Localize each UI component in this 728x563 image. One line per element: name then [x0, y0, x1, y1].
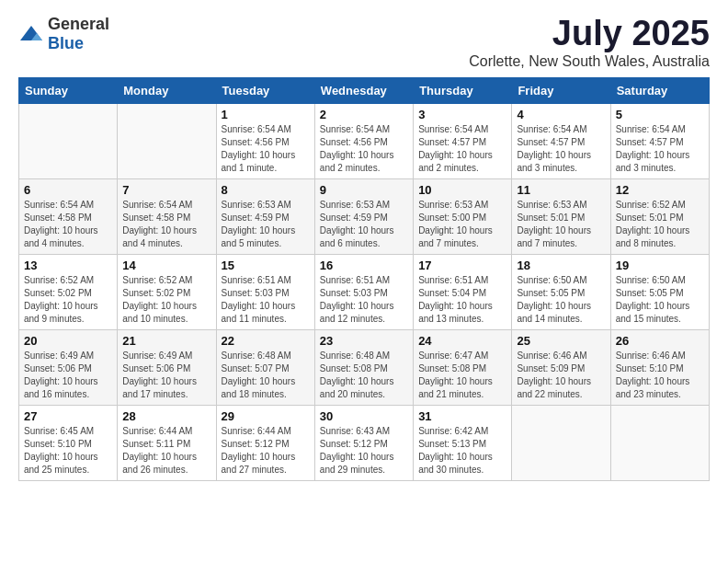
day-info: Sunrise: 6:53 AM Sunset: 5:00 PM Dayligh… [418, 199, 506, 250]
day-info: Sunrise: 6:52 AM Sunset: 5:02 PM Dayligh… [122, 274, 210, 326]
day-info: Sunrise: 6:45 AM Sunset: 5:10 PM Dayligh… [24, 425, 112, 477]
day-cell [19, 103, 118, 178]
day-info: Sunrise: 6:42 AM Sunset: 5:13 PM Dayligh… [418, 425, 506, 477]
day-number: 16 [320, 259, 408, 272]
day-number: 17 [418, 259, 506, 272]
day-number: 9 [320, 183, 408, 197]
day-cell [118, 103, 216, 178]
day-cell: 6Sunrise: 6:54 AM Sunset: 4:58 PM Daylig… [19, 178, 118, 254]
logo: General Blue [18, 15, 109, 53]
day-cell: 2Sunrise: 6:54 AM Sunset: 4:56 PM Daylig… [314, 103, 413, 178]
day-cell: 28Sunrise: 6:44 AM Sunset: 5:11 PM Dayli… [118, 405, 216, 480]
page-header: General Blue July 2025 Corlette, New Sou… [18, 15, 710, 70]
day-cell: 4Sunrise: 6:54 AM Sunset: 4:57 PM Daylig… [512, 103, 610, 178]
day-cell: 16Sunrise: 6:51 AM Sunset: 5:03 PM Dayli… [314, 254, 413, 329]
day-cell: 1Sunrise: 6:54 AM Sunset: 4:56 PM Daylig… [216, 103, 314, 178]
day-info: Sunrise: 6:54 AM Sunset: 4:57 PM Dayligh… [418, 123, 506, 175]
day-cell: 13Sunrise: 6:52 AM Sunset: 5:02 PM Dayli… [19, 254, 118, 329]
day-number: 5 [616, 108, 704, 121]
day-cell: 9Sunrise: 6:53 AM Sunset: 4:59 PM Daylig… [314, 178, 413, 254]
day-cell: 15Sunrise: 6:51 AM Sunset: 5:03 PM Dayli… [216, 254, 314, 329]
header-row: SundayMondayTuesdayWednesdayThursdayFrid… [19, 77, 710, 103]
day-number: 25 [517, 334, 605, 348]
day-number: 29 [222, 409, 310, 423]
day-number: 28 [122, 409, 210, 423]
day-info: Sunrise: 6:52 AM Sunset: 5:02 PM Dayligh… [24, 274, 112, 326]
day-info: Sunrise: 6:44 AM Sunset: 5:11 PM Dayligh… [122, 425, 210, 477]
day-number: 18 [517, 259, 605, 272]
header-tuesday: Tuesday [216, 77, 314, 103]
header-sunday: Sunday [19, 77, 118, 103]
calendar-table: SundayMondayTuesdayWednesdayThursdayFrid… [18, 77, 710, 481]
day-cell: 12Sunrise: 6:52 AM Sunset: 5:01 PM Dayli… [610, 178, 709, 254]
week-row-2: 6Sunrise: 6:54 AM Sunset: 4:58 PM Daylig… [19, 178, 710, 254]
day-cell: 29Sunrise: 6:44 AM Sunset: 5:12 PM Dayli… [216, 405, 314, 480]
day-cell [512, 405, 610, 480]
day-number: 20 [24, 334, 112, 348]
day-info: Sunrise: 6:43 AM Sunset: 5:12 PM Dayligh… [320, 425, 408, 477]
day-cell: 25Sunrise: 6:46 AM Sunset: 5:09 PM Dayli… [512, 329, 610, 405]
calendar-subtitle: Corlette, New South Wales, Australia [469, 53, 710, 70]
day-number: 6 [24, 183, 112, 197]
day-info: Sunrise: 6:50 AM Sunset: 5:05 PM Dayligh… [517, 274, 605, 326]
day-number: 26 [616, 334, 704, 348]
day-cell: 19Sunrise: 6:50 AM Sunset: 5:05 PM Dayli… [610, 254, 709, 329]
day-number: 27 [24, 409, 112, 423]
day-number: 10 [418, 183, 506, 197]
day-cell: 17Sunrise: 6:51 AM Sunset: 5:04 PM Dayli… [414, 254, 512, 329]
day-info: Sunrise: 6:54 AM Sunset: 4:56 PM Dayligh… [320, 123, 408, 175]
day-info: Sunrise: 6:51 AM Sunset: 5:04 PM Dayligh… [418, 274, 506, 326]
day-cell: 7Sunrise: 6:54 AM Sunset: 4:58 PM Daylig… [118, 178, 216, 254]
day-info: Sunrise: 6:51 AM Sunset: 5:03 PM Dayligh… [320, 274, 408, 326]
day-info: Sunrise: 6:52 AM Sunset: 5:01 PM Dayligh… [616, 199, 704, 250]
header-saturday: Saturday [610, 77, 709, 103]
title-block: July 2025 Corlette, New South Wales, Aus… [469, 15, 710, 70]
day-cell: 5Sunrise: 6:54 AM Sunset: 4:57 PM Daylig… [610, 103, 709, 178]
day-info: Sunrise: 6:54 AM Sunset: 4:58 PM Dayligh… [122, 199, 210, 250]
day-cell: 30Sunrise: 6:43 AM Sunset: 5:12 PM Dayli… [314, 405, 413, 480]
day-number: 30 [320, 409, 408, 423]
logo-text: General Blue [48, 15, 109, 53]
day-cell: 23Sunrise: 6:48 AM Sunset: 5:08 PM Dayli… [314, 329, 413, 405]
day-number: 4 [517, 108, 605, 121]
day-number: 21 [122, 334, 210, 348]
week-row-3: 13Sunrise: 6:52 AM Sunset: 5:02 PM Dayli… [19, 254, 710, 329]
day-cell: 10Sunrise: 6:53 AM Sunset: 5:00 PM Dayli… [414, 178, 512, 254]
day-info: Sunrise: 6:48 AM Sunset: 5:07 PM Dayligh… [222, 350, 310, 401]
week-row-1: 1Sunrise: 6:54 AM Sunset: 4:56 PM Daylig… [19, 103, 710, 178]
day-cell [610, 405, 709, 480]
day-cell: 24Sunrise: 6:47 AM Sunset: 5:08 PM Dayli… [414, 329, 512, 405]
day-info: Sunrise: 6:53 AM Sunset: 4:59 PM Dayligh… [320, 199, 408, 250]
day-number: 24 [418, 334, 506, 348]
day-info: Sunrise: 6:53 AM Sunset: 4:59 PM Dayligh… [222, 199, 310, 250]
logo-blue: Blue [48, 34, 84, 52]
day-number: 15 [222, 259, 310, 272]
week-row-5: 27Sunrise: 6:45 AM Sunset: 5:10 PM Dayli… [19, 405, 710, 480]
header-monday: Monday [118, 77, 216, 103]
day-cell: 11Sunrise: 6:53 AM Sunset: 5:01 PM Dayli… [512, 178, 610, 254]
day-info: Sunrise: 6:49 AM Sunset: 5:06 PM Dayligh… [24, 350, 112, 401]
day-cell: 18Sunrise: 6:50 AM Sunset: 5:05 PM Dayli… [512, 254, 610, 329]
day-info: Sunrise: 6:51 AM Sunset: 5:03 PM Dayligh… [222, 274, 310, 326]
day-info: Sunrise: 6:47 AM Sunset: 5:08 PM Dayligh… [418, 350, 506, 401]
day-info: Sunrise: 6:44 AM Sunset: 5:12 PM Dayligh… [222, 425, 310, 477]
logo-icon [18, 24, 44, 44]
day-info: Sunrise: 6:50 AM Sunset: 5:05 PM Dayligh… [616, 274, 704, 326]
day-number: 11 [517, 183, 605, 197]
day-info: Sunrise: 6:48 AM Sunset: 5:08 PM Dayligh… [320, 350, 408, 401]
day-info: Sunrise: 6:54 AM Sunset: 4:58 PM Dayligh… [24, 199, 112, 250]
day-number: 7 [122, 183, 210, 197]
day-info: Sunrise: 6:49 AM Sunset: 5:06 PM Dayligh… [122, 350, 210, 401]
day-number: 8 [222, 183, 310, 197]
day-cell: 3Sunrise: 6:54 AM Sunset: 4:57 PM Daylig… [414, 103, 512, 178]
day-number: 22 [222, 334, 310, 348]
day-info: Sunrise: 6:54 AM Sunset: 4:56 PM Dayligh… [222, 123, 310, 175]
day-number: 2 [320, 108, 408, 121]
day-number: 23 [320, 334, 408, 348]
day-number: 3 [418, 108, 506, 121]
day-cell: 27Sunrise: 6:45 AM Sunset: 5:10 PM Dayli… [19, 405, 118, 480]
day-info: Sunrise: 6:54 AM Sunset: 4:57 PM Dayligh… [517, 123, 605, 175]
day-number: 31 [418, 409, 506, 423]
day-info: Sunrise: 6:46 AM Sunset: 5:09 PM Dayligh… [517, 350, 605, 401]
calendar-title: July 2025 [469, 15, 710, 53]
